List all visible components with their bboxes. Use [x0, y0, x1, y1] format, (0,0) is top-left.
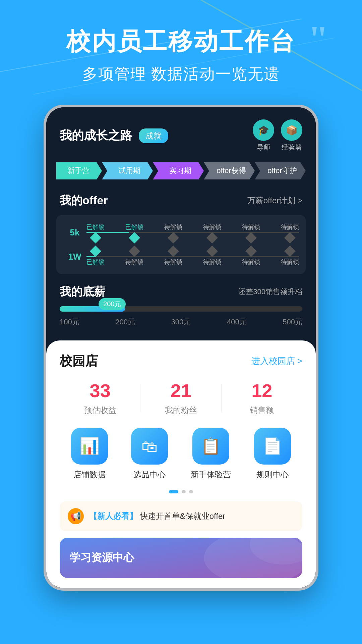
node-5k-4-dot: [245, 232, 257, 244]
offer-node-5k-3: 待解锁: [203, 223, 221, 242]
offer-node-5k-0: 已解锁: [86, 223, 105, 242]
notice-prefix: 【新人必看】: [89, 512, 137, 521]
step-beginner-label: 新手营: [67, 166, 89, 176]
exp-label: 经验墙: [282, 143, 302, 152]
campus-link[interactable]: 进入校园店 >: [251, 355, 302, 367]
base-salary-title: 我的底薪: [60, 284, 105, 300]
tutor-icon-circle: 🎓: [253, 119, 274, 141]
offer-section-header: 我的offer 万薪offer计划 >: [46, 186, 316, 212]
base-current-badge: 200元: [99, 298, 126, 310]
stat-fans-label: 我的粉丝: [165, 405, 197, 416]
stat-sales-label: 销售额: [250, 405, 274, 416]
tutor-button[interactable]: 🎓 导师: [253, 119, 274, 152]
actions-row: 📊 店铺数据 🛍 选品中心 📋 新手体验营 📄 规则中心: [60, 428, 302, 480]
step-probation[interactable]: 试用期: [102, 162, 153, 179]
offer-node-1w-4: 待解锁: [242, 247, 260, 266]
action-store-data[interactable]: 📊 店铺数据: [71, 428, 108, 480]
node-1w-4-dot: [245, 246, 257, 257]
header-left: 我的成长之路 成就: [60, 127, 168, 144]
select-products-label: 选品中心: [133, 469, 166, 480]
store-data-label: 店铺数据: [73, 469, 106, 480]
offer-row-5k: 5k 已解锁 已解锁: [63, 223, 299, 242]
node-5k-3-label: 待解锁: [203, 223, 221, 231]
progress-steps: 新手营 试用期 实习期 offer获得 offer守护: [46, 159, 316, 186]
scale-100: 100元: [60, 317, 79, 327]
notice-bar[interactable]: 📢 【新人必看】 快速开首单&保就业offer: [60, 501, 302, 531]
exp-icon-circle: 📦: [281, 119, 302, 141]
step-offer-get-label: offer获得: [217, 166, 246, 176]
rules-label: 规则中心: [256, 469, 289, 480]
campus-header: 校园店 进入校园店 >: [60, 353, 302, 370]
hero-section: " 校内员工移动工作台 多项管理 数据活动一览无遗: [0, 0, 362, 98]
node-1w-3-label: 待解锁: [203, 258, 221, 266]
bottom-card-text: 学习资源中心: [70, 550, 134, 565]
salary-5k-label: 5k: [63, 227, 86, 238]
step-internship[interactable]: 实习期: [153, 162, 204, 179]
node-5k-4-label: 待解锁: [242, 223, 260, 231]
offer-node-1w-1: 待解锁: [125, 247, 143, 266]
page-indicator: [60, 490, 302, 493]
action-beginner-camp[interactable]: 📋 新手体验营: [191, 428, 231, 480]
node-1w-1-label: 待解锁: [125, 258, 143, 266]
node-5k-3-dot: [206, 232, 218, 244]
offer-plan-link[interactable]: 万薪offer计划 >: [247, 195, 302, 206]
node-5k-2-dot: [168, 232, 179, 244]
node-5k-2-label: 待解锁: [164, 223, 182, 231]
select-products-icon: 🛍: [131, 428, 168, 465]
action-select-products[interactable]: 🛍 选品中心: [131, 428, 168, 480]
step-beginner[interactable]: 新手营: [56, 162, 102, 179]
stat-fans-value: 21: [171, 380, 191, 401]
node-1w-0-label: 已解锁: [86, 258, 105, 266]
hero-subtitle: 多项管理 数据活动一览无遗: [20, 64, 342, 85]
node-1w-0-dot: [90, 246, 101, 257]
phone-mockup: 我的成长之路 成就 🎓 导师 📦 经验墙 新手营: [44, 105, 318, 591]
node-5k-0-label: 已解锁: [86, 223, 105, 231]
offer-track-5k: 已解锁 已解锁 待解锁: [86, 223, 299, 242]
action-rules[interactable]: 📄 规则中心: [254, 428, 291, 480]
node-5k-0-dot: [90, 232, 101, 244]
page-dot-active: [169, 490, 178, 493]
base-progress-bar-fill: 200元: [60, 306, 125, 312]
node-1w-2-label: 待解锁: [164, 258, 182, 266]
step-offer-get[interactable]: offer获得: [204, 162, 255, 179]
scale-200: 200元: [115, 317, 135, 327]
rules-icon: 📄: [254, 428, 291, 465]
bottom-blue-card[interactable]: 学习资源中心: [60, 538, 302, 578]
offer-section-title: 我的offer: [60, 193, 108, 208]
scale-300: 300元: [171, 317, 191, 327]
node-1w-5-label: 待解锁: [281, 258, 299, 266]
notice-body: 快速开首单&保就业offer: [140, 512, 226, 521]
stat-revenue-value: 33: [90, 380, 111, 401]
salary-1w-label: 1W: [63, 252, 86, 262]
offer-track-1w: 已解锁 待解锁 待解锁: [86, 247, 299, 266]
phone-header: 我的成长之路 成就 🎓 导师 📦 经验墙: [46, 107, 316, 159]
stat-fans: 21 我的粉丝: [140, 380, 221, 416]
header-icons: 🎓 导师 📦 经验墙: [253, 119, 302, 152]
offer-node-5k-1: 已解锁: [125, 223, 143, 242]
step-probation-label: 试用期: [118, 166, 140, 176]
phone-content: 我的成长之路 成就 🎓 导师 📦 经验墙 新手营: [46, 107, 316, 588]
quote-decoration: ": [308, 20, 328, 57]
base-salary-hint: 还差300销售额升档: [238, 287, 302, 297]
node-5k-5-dot: [284, 232, 296, 244]
notice-icon: 📢: [68, 508, 84, 524]
base-progress-bar-bg: 200元: [60, 306, 302, 312]
scale-400: 400元: [227, 317, 247, 327]
stat-sales-value: 12: [251, 380, 272, 401]
hero-title: 校内员工移动工作台: [20, 27, 342, 56]
offer-row-1w: 1W 已解锁 待解锁: [63, 247, 299, 266]
offer-node-1w-2: 待解锁: [164, 247, 182, 266]
store-data-icon: 📊: [71, 428, 108, 465]
node-5k-1-dot: [129, 232, 140, 244]
achievement-badge[interactable]: 成就: [139, 128, 168, 143]
offer-node-1w-5: 待解锁: [281, 247, 299, 266]
offer-node-5k-4: 待解锁: [242, 223, 260, 242]
node-1w-3-dot: [206, 246, 218, 257]
exp-wall-button[interactable]: 📦 经验墙: [281, 119, 302, 152]
stats-row: 33 预估收益 21 我的粉丝 12 销售额: [60, 380, 302, 416]
campus-store-card: 校园店 进入校园店 > 33 预估收益 21 我的粉丝 12 销售额: [46, 340, 316, 588]
phone-mockup-wrapper: 我的成长之路 成就 🎓 导师 📦 经验墙 新手营: [44, 105, 318, 591]
offer-box: 5k 已解锁 已解锁: [56, 215, 306, 274]
step-offer-guard[interactable]: offer守护: [255, 162, 306, 179]
beginner-camp-label: 新手体验营: [191, 469, 231, 480]
